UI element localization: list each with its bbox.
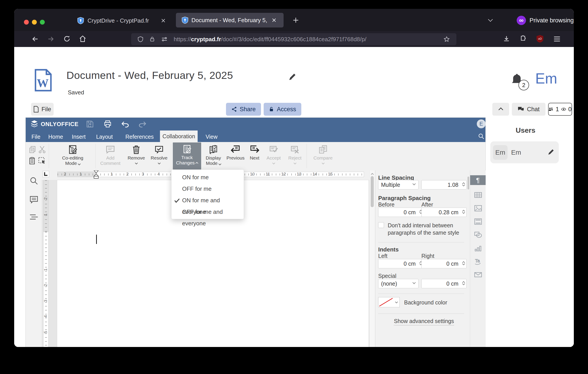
- tab-insert[interactable]: Insert: [72, 134, 86, 140]
- maximize-window-button[interactable]: [40, 20, 45, 25]
- table-settings-icon[interactable]: [470, 190, 486, 200]
- ruler-vertical-margin[interactable]: [43, 180, 49, 232]
- permissions-icon[interactable]: [161, 36, 168, 42]
- tab-document-active[interactable]: Document - Wed, February 5, 20: [176, 13, 284, 28]
- indent-marker[interactable]: [93, 170, 99, 179]
- forward-button[interactable]: [47, 35, 54, 42]
- navigation-icon[interactable]: [29, 214, 39, 221]
- special-select[interactable]: (none): [378, 279, 419, 288]
- accept-button[interactable]: Accept: [263, 143, 284, 164]
- share-button[interactable]: Share: [226, 103, 261, 116]
- interval-checkbox-label[interactable]: Don't add interval between paragraphs of…: [388, 222, 464, 236]
- menu-item-on-for-me[interactable]: ON for me: [171, 171, 244, 183]
- find-icon[interactable]: [30, 177, 38, 185]
- copy-icon[interactable]: [29, 145, 36, 154]
- spacing-after-spinner[interactable]: 0.28 cm: [421, 208, 467, 217]
- menu-hamburger-icon[interactable]: [553, 36, 560, 42]
- tab-file[interactable]: File: [32, 134, 40, 140]
- add-comment-button[interactable]: Add Comment: [97, 143, 124, 166]
- background-color-swatch[interactable]: [378, 297, 394, 307]
- special-by-spinner[interactable]: 0 cm: [421, 279, 467, 288]
- spacing-before-spinner[interactable]: 0 cm: [378, 208, 424, 217]
- access-button[interactable]: Access: [264, 103, 301, 116]
- tab-view[interactable]: View: [206, 134, 218, 140]
- tab-list-chevron-icon[interactable]: [488, 17, 493, 22]
- extensions-icon[interactable]: [520, 35, 527, 42]
- ublock-origin-icon[interactable]: uO: [536, 35, 544, 43]
- user-card[interactable]: Em Em: [490, 141, 559, 163]
- close-window-button[interactable]: [24, 20, 29, 25]
- vertical-scrollbar[interactable]: [369, 170, 375, 347]
- account-name[interactable]: Em: [535, 70, 557, 87]
- save-icon[interactable]: [86, 120, 94, 128]
- header-footer-settings-icon[interactable]: [470, 217, 486, 227]
- indent-left-spinner[interactable]: 0 cm: [378, 259, 424, 268]
- comments-icon[interactable]: [29, 195, 39, 204]
- minimize-window-button[interactable]: [32, 20, 37, 25]
- tab-cryptdrive[interactable]: CryptDrive - CryptPad.fr: [77, 15, 173, 26]
- interval-checkbox[interactable]: [378, 222, 384, 228]
- menu-item-off-for-me[interactable]: OFF for me: [171, 183, 244, 195]
- tab-home[interactable]: Home: [48, 134, 63, 140]
- undo-icon[interactable]: [121, 121, 129, 127]
- spinner-arrows[interactable]: [462, 209, 465, 213]
- url-bar[interactable]: https://cryptpad.fr/doc/#/3/doc/edit/ff0…: [131, 33, 456, 45]
- downloads-button[interactable]: [503, 35, 510, 42]
- paragraph-settings-icon[interactable]: ¶: [470, 175, 486, 185]
- mail-merge-settings-icon[interactable]: [470, 270, 486, 280]
- spinner-arrows[interactable]: [462, 281, 465, 285]
- coediting-mode-button[interactable]: Co-editing Mode: [53, 143, 93, 166]
- back-button[interactable]: [32, 35, 39, 42]
- track-changes-button[interactable]: Track Changes: [173, 143, 201, 169]
- next-change-button[interactable]: Next: [247, 143, 262, 161]
- panel-scrollbar-thumb[interactable]: [467, 177, 469, 189]
- notifications-bell[interactable]: 2: [510, 73, 535, 94]
- shape-settings-icon[interactable]: [470, 230, 486, 240]
- chat-button[interactable]: Chat: [512, 103, 546, 116]
- chart-settings-icon[interactable]: [470, 243, 486, 254]
- print-icon[interactable]: [104, 120, 112, 128]
- tab-layout[interactable]: Layout: [96, 134, 113, 140]
- paste-icon[interactable]: [29, 157, 36, 165]
- presence-badge[interactable]: 1 0: [548, 103, 572, 116]
- menu-item-on-for-everyone[interactable]: ON for me and everyone: [171, 195, 244, 206]
- menu-item-off-for-everyone[interactable]: OFF for me and everyone: [171, 206, 244, 218]
- bookmark-star-icon[interactable]: [443, 36, 450, 42]
- resolve-button[interactable]: Resolve: [148, 143, 170, 164]
- background-color-dropdown[interactable]: [393, 297, 400, 307]
- previous-change-button[interactable]: Previous: [225, 143, 246, 161]
- tab-close-icon[interactable]: [161, 18, 166, 23]
- compare-button[interactable]: Compare: [312, 143, 335, 164]
- editor-search-icon[interactable]: [478, 133, 484, 139]
- reload-button[interactable]: [63, 35, 71, 42]
- spinner-arrows[interactable]: [462, 182, 465, 186]
- image-settings-icon[interactable]: [470, 203, 486, 213]
- show-advanced-settings-link[interactable]: Show advanced settings: [394, 318, 454, 325]
- edit-user-pencil-icon[interactable]: [547, 148, 555, 156]
- select-all-icon[interactable]: [38, 157, 46, 165]
- indent-right-spinner[interactable]: 0 cm: [421, 259, 467, 268]
- textart-settings-icon[interactable]: Ta: [470, 256, 486, 267]
- remove-button[interactable]: Remove: [125, 143, 147, 164]
- redo-icon[interactable]: [139, 121, 146, 127]
- scroll-up-icon[interactable]: [371, 173, 374, 176]
- spinner-arrows[interactable]: [462, 261, 465, 265]
- tab-references[interactable]: References: [126, 134, 154, 140]
- file-menu-button[interactable]: File: [31, 103, 54, 116]
- vertical-scrollbar-thumb[interactable]: [371, 176, 374, 207]
- tab-collaboration-active[interactable]: Collaboration: [160, 131, 198, 142]
- cut-icon[interactable]: [38, 145, 46, 154]
- tracking-protection-shield-icon[interactable]: [137, 36, 144, 42]
- edit-title-pencil-icon[interactable]: [288, 73, 296, 81]
- lock-icon[interactable]: [149, 36, 155, 42]
- reject-button[interactable]: Reject: [285, 143, 305, 164]
- tab-close-icon[interactable]: [272, 18, 276, 23]
- home-button[interactable]: [79, 35, 86, 42]
- document-title[interactable]: Document - Wed, February 5, 2025: [66, 69, 233, 81]
- user-avatar[interactable]: E: [477, 119, 486, 128]
- tab-stop-selector[interactable]: [42, 171, 49, 177]
- new-tab-button[interactable]: [293, 17, 299, 23]
- line-spacing-spinner[interactable]: 1.08: [421, 180, 467, 189]
- line-spacing-select[interactable]: Multiple: [378, 180, 419, 189]
- collapse-toolbar-button[interactable]: [492, 103, 509, 116]
